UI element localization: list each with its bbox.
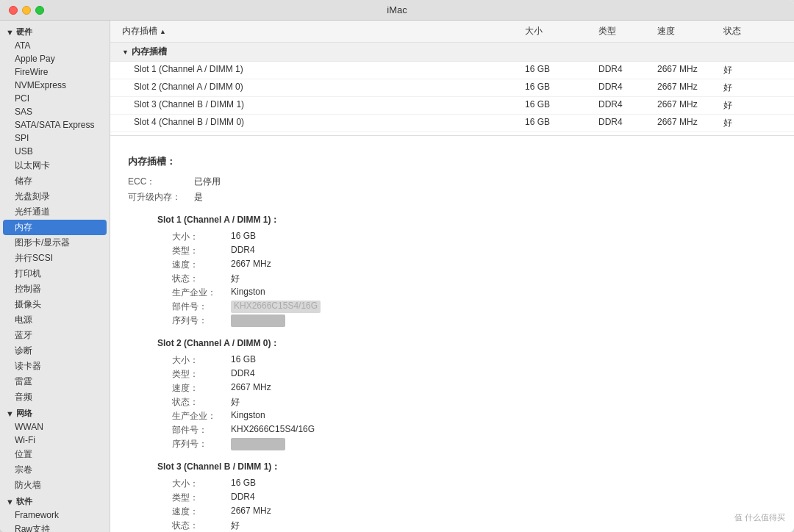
sidebar-item-thunderbolt[interactable]: 雷霆 (0, 374, 110, 389)
row3-speed: 2667 MHz (657, 99, 723, 112)
sidebar-item-applepay[interactable]: Apple Pay (0, 52, 110, 65)
slot1-section: Slot 1 (Channel A / DIMM 1)： 大小：16 GB 类型… (128, 214, 776, 327)
sidebar-item-bluetooth[interactable]: 蓝牙 (0, 328, 110, 343)
section-name: 内存插槽 (132, 46, 167, 58)
row3-type: DDR4 (598, 99, 657, 112)
col-header-name[interactable]: 内存插槽 ▲ (122, 25, 525, 37)
ecc-row: ECC： 已停用 (128, 176, 776, 188)
row3-status: 好 (723, 99, 782, 112)
row2-status: 好 (723, 82, 782, 94)
ecc-label: ECC： (128, 176, 194, 188)
row3-name: Slot 3 (Channel B / DIMM 1) (134, 99, 525, 112)
sidebar-item-diagnostics[interactable]: 诊断 (0, 343, 110, 359)
maximize-button[interactable] (35, 6, 44, 15)
section-triangle: ▼ (122, 48, 129, 56)
sidebar-item-camera[interactable]: 摄像头 (0, 297, 110, 312)
row2-speed: 2667 MHz (657, 82, 723, 94)
sidebar-item-spi[interactable]: SPI (0, 132, 110, 145)
sidebar-item-location[interactable]: 位置 (0, 447, 110, 462)
row4-size: 16 GB (525, 117, 598, 129)
hardware-triangle: ▼ (6, 28, 14, 37)
title-bar: iMac (0, 0, 794, 21)
network-label: 网络 (16, 408, 32, 419)
detail-title: 内存插槽： (128, 155, 776, 168)
sidebar-section-network[interactable]: ▼ 网络 (0, 405, 110, 420)
row1-name: Slot 1 (Channel A / DIMM 1) (134, 64, 525, 76)
sidebar-item-memory[interactable]: 内存 (3, 220, 107, 235)
row4-name: Slot 4 (Channel B / DIMM 0) (134, 117, 525, 129)
sidebar-item-firewire[interactable]: FireWire (0, 65, 110, 79)
sidebar-item-controller[interactable]: 控制器 (0, 281, 110, 297)
software-triangle: ▼ (6, 497, 14, 506)
slot1-details: 大小：16 GB 类型：DDR4 速度：2667 MHz 状态：好 生产企业：K… (128, 231, 776, 327)
sidebar-item-scsi[interactable]: 并行SCSI (0, 251, 110, 266)
sidebar-item-framework[interactable]: Framework (0, 508, 110, 522)
main-content: ▼ 硬件 ATA Apple Pay FireWire NVMExpress P… (0, 21, 794, 532)
sidebar-item-storage[interactable]: 储存 (0, 173, 110, 189)
col-header-type: 类型 (598, 25, 657, 37)
main-window: iMac ▼ 硬件 ATA Apple Pay FireWire NVMExpr… (0, 0, 794, 532)
sidebar-item-firewall[interactable]: 防火墙 (0, 478, 110, 493)
network-triangle: ▼ (6, 409, 14, 418)
sidebar-item-cardreader[interactable]: 读卡器 (0, 359, 110, 374)
col-header-size: 大小 (525, 25, 598, 37)
row2-type: DDR4 (598, 82, 657, 94)
row1-speed: 2667 MHz (657, 64, 723, 76)
row1-size: 16 GB (525, 64, 598, 76)
sidebar-item-ata[interactable]: ATA (0, 39, 110, 52)
upgradable-label: 可升级内存： (128, 191, 194, 204)
minimize-button[interactable] (22, 6, 31, 15)
slot2-title: Slot 2 (Channel A / DIMM 0)： (128, 337, 776, 350)
row4-type: DDR4 (598, 117, 657, 129)
col-header-status: 状态 (723, 25, 782, 37)
sidebar-section-hardware[interactable]: ▼ 硬件 (0, 24, 110, 39)
sidebar-section-software[interactable]: ▼ 软件 (0, 493, 110, 508)
row2-name: Slot 2 (Channel A / DIMM 0) (134, 82, 525, 94)
sidebar-item-graphics[interactable]: 图形卡/显示器 (0, 235, 110, 251)
slot1-title: Slot 1 (Channel A / DIMM 1)： (128, 214, 776, 226)
sidebar-item-fiber[interactable]: 光纤通道 (0, 204, 110, 220)
main-panel: 内存插槽 ▲ 大小 类型 速度 状态 ▼ 内存插槽 Slot 1 (Channe… (110, 21, 794, 532)
slot2-section: Slot 2 (Channel A / DIMM 0)： 大小：16 GB 类型… (128, 337, 776, 450)
row4-status: 好 (723, 117, 782, 129)
row2-size: 16 GB (525, 82, 598, 94)
sidebar-item-usb[interactable]: USB (0, 145, 110, 158)
upgradable-row: 可升级内存： 是 (128, 191, 776, 204)
sidebar-item-volumes[interactable]: 宗卷 (0, 462, 110, 478)
upgradable-value: 是 (194, 191, 203, 204)
watermark: 值 什么值得买 (734, 512, 785, 523)
table-row[interactable]: Slot 2 (Channel A / DIMM 0) 16 GB DDR4 2… (110, 79, 794, 97)
table-row[interactable]: Slot 1 (Channel A / DIMM 1) 16 GB DDR4 2… (110, 62, 794, 79)
sidebar-item-dvd[interactable]: 光盘刻录 (0, 189, 110, 204)
row3-size: 16 GB (525, 99, 598, 112)
sidebar-item-printer[interactable]: 打印机 (0, 266, 110, 281)
sidebar-item-wifi[interactable]: Wi-Fi (0, 434, 110, 447)
software-label: 软件 (16, 496, 32, 507)
row1-status: 好 (723, 64, 782, 76)
sidebar-item-power[interactable]: 电源 (0, 312, 110, 328)
table-section-label: ▼ 内存插槽 (122, 46, 525, 58)
row1-type: DDR4 (598, 64, 657, 76)
sidebar: ▼ 硬件 ATA Apple Pay FireWire NVMExpress P… (0, 21, 110, 532)
close-button[interactable] (9, 6, 18, 15)
sidebar-item-wwan[interactable]: WWAN (0, 420, 110, 434)
sidebar-item-pci[interactable]: PCI (0, 92, 110, 105)
table-section-memory[interactable]: ▼ 内存插槽 (110, 43, 794, 62)
traffic-lights (9, 6, 44, 15)
sidebar-item-nvmexpress[interactable]: NVMExpress (0, 79, 110, 92)
detail-area: 内存插槽： ECC： 已停用 可升级内存： 是 Slot 1 (Channel … (110, 139, 794, 532)
sidebar-item-audio[interactable]: 音频 (0, 389, 110, 405)
row4-speed: 2667 MHz (657, 117, 723, 129)
window-title: iMac (387, 4, 407, 15)
ecc-value: 已停用 (194, 176, 221, 188)
sidebar-item-ethernet[interactable]: 以太网卡 (0, 158, 110, 173)
table-row[interactable]: Slot 4 (Channel B / DIMM 0) 16 GB DDR4 2… (110, 115, 794, 132)
sidebar-item-sas[interactable]: SAS (0, 105, 110, 118)
slot3-details: 大小：16 GB 类型：DDR4 速度：2667 MHz 状态：好 生产企业：K… (128, 478, 776, 532)
table-row[interactable]: Slot 3 (Channel B / DIMM 1) 16 GB DDR4 2… (110, 97, 794, 115)
col-header-speed: 速度 (657, 25, 723, 37)
sidebar-item-sata[interactable]: SATA/SATA Express (0, 118, 110, 132)
sidebar-item-raw[interactable]: Raw支持 (0, 522, 110, 532)
slot2-details: 大小：16 GB 类型：DDR4 速度：2667 MHz 状态：好 生产企业：K… (128, 354, 776, 450)
panel-divider (110, 135, 794, 136)
